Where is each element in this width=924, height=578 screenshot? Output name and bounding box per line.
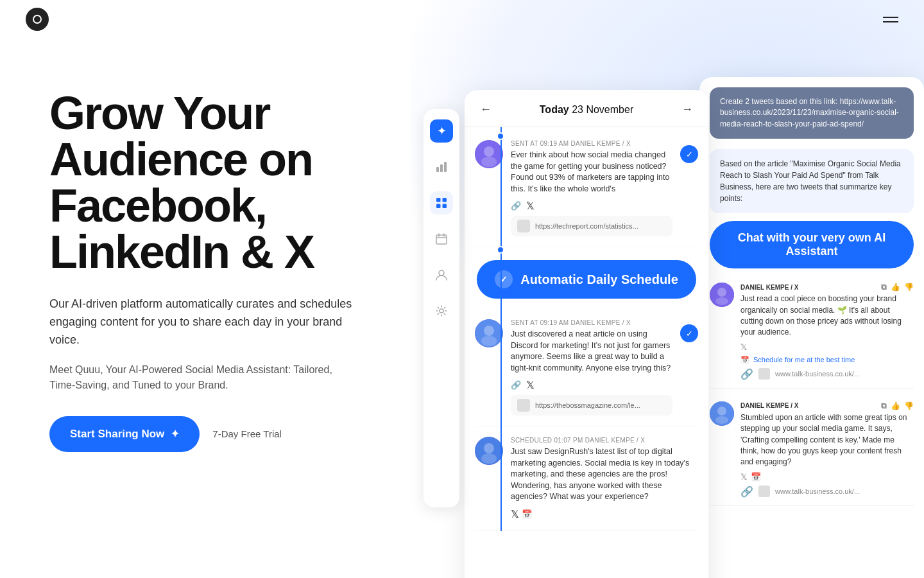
- logo-icon: [33, 15, 42, 24]
- hamburger-line-1: [883, 17, 898, 18]
- svg-point-20: [484, 443, 494, 453]
- trial-text: 7-Day Free Trial: [212, 428, 282, 439]
- post-text-1: Ever think about how social media change…: [511, 150, 672, 195]
- ai-post-content-2: DANIEL KEMPE / X ⧉ 👍 👎 Stumbled upon an …: [740, 401, 914, 498]
- svg-point-23: [717, 288, 726, 297]
- svg-rect-4: [443, 198, 447, 202]
- ai-link-text-2: www.talk-business.co.uk/...: [775, 487, 860, 495]
- ai-post-item-2: DANIEL KEMPE / X ⧉ 👍 👎 Stumbled upon an …: [710, 394, 914, 506]
- post-content-2: SENT AT 09:19 AM DANIEL KEMPE / X Just d…: [511, 319, 672, 416]
- headline: Grow Your Audience on Facebook, LinkedIn…: [49, 90, 389, 275]
- post-text-3: Just saw DesignRush's latest list of top…: [511, 446, 698, 503]
- sidebar-icon-main[interactable]: ✦: [430, 119, 453, 143]
- header: [0, 0, 924, 39]
- ai-avatar-2: [710, 401, 734, 426]
- logo[interactable]: [26, 8, 49, 31]
- ai-post-meta-2: DANIEL KEMPE / X ⧉ 👍 👎: [740, 401, 914, 410]
- cta-button[interactable]: Start Sharing Now ✦: [49, 416, 200, 452]
- thumbup-icon-2[interactable]: 👍: [891, 401, 900, 410]
- ai-link-text-1: www.talk-business.co.uk/...: [775, 370, 860, 378]
- sparkle-icon: ✦: [171, 428, 179, 440]
- menu-button[interactable]: [883, 17, 898, 22]
- cta-row: Start Sharing Now ✦ 7-Day Free Trial: [49, 416, 389, 452]
- post-item-3: SCHEDULED 01:07 PM DANIEL KEMPE / X Just…: [475, 426, 698, 531]
- ai-post-actions-2: ⧉ 👍 👎: [881, 401, 914, 410]
- svg-rect-5: [436, 204, 441, 209]
- post-meta-1: SENT AT 09:19 AM DANIEL KEMPE / X: [511, 140, 672, 147]
- post-link-1: https://techreport.com/statistics...: [511, 216, 672, 236]
- svg-point-24: [715, 297, 728, 305]
- post-item-1: SENT AT 09:19 AM DANIEL KEMPE / X Ever t…: [475, 127, 698, 247]
- svg-point-21: [481, 453, 497, 464]
- platform-row-3: 𝕏 📅: [511, 508, 698, 520]
- avatar-1: [475, 140, 503, 168]
- link-favicon-2: [517, 399, 530, 412]
- thumbup-icon[interactable]: 👍: [891, 283, 900, 292]
- ai-post-text-1: Just read a cool piece on boosting your …: [740, 293, 914, 338]
- ai-card-inner: Create 2 tweets based on this link: http…: [699, 77, 924, 578]
- thumbdown-icon[interactable]: 👎: [904, 283, 914, 292]
- link-text-2: https://thebossmagazine.com/le...: [535, 401, 640, 409]
- post-meta-3: SCHEDULED 01:07 PM DANIEL KEMPE / X: [511, 437, 698, 444]
- link-icon-ai2: 🔗: [740, 486, 753, 498]
- ai-link-fav-1: [758, 368, 770, 380]
- sidebar-panel: ✦: [424, 109, 459, 507]
- svg-point-27: [715, 416, 728, 424]
- ai-link-row-1: 🔗 www.talk-business.co.uk/...: [740, 368, 914, 380]
- ai-post-actions-1: ⧉ 👍 👎: [881, 283, 914, 292]
- ai-schedule-link[interactable]: 📅 Schedule for me at the best time: [740, 356, 914, 364]
- platform-icon-1: 𝕏: [526, 200, 535, 212]
- thumbdown-icon-2[interactable]: 👎: [904, 401, 914, 410]
- sidebar-icon-analytics[interactable]: [430, 155, 453, 179]
- ai-post-item-1: DANIEL KEMPE / X ⧉ 👍 👎 Just read a cool …: [710, 275, 914, 389]
- post-content-3: SCHEDULED 01:07 PM DANIEL KEMPE / X Just…: [511, 437, 698, 520]
- schedule-card: ← Today 23 November → SENT AT 0: [465, 90, 708, 578]
- link-icon-2: 🔗: [511, 380, 521, 390]
- svg-rect-7: [436, 235, 447, 244]
- copy-icon-2[interactable]: ⧉: [881, 401, 887, 410]
- post-link-2: https://thebossmagazine.com/le...: [511, 395, 672, 416]
- post-check-2: ✓: [680, 324, 698, 342]
- post-meta-2: SENT AT 09:19 AM DANIEL KEMPE / X: [511, 319, 672, 326]
- svg-rect-0: [436, 167, 439, 172]
- svg-rect-2: [444, 162, 447, 172]
- ai-response: Based on the article "Maximise Organic S…: [710, 149, 914, 213]
- svg-rect-3: [436, 198, 441, 202]
- x-platform-icon-ai1: 𝕏: [740, 342, 747, 352]
- ai-link-row-2: 🔗 www.talk-business.co.uk/...: [740, 486, 914, 498]
- avatar-3: [475, 437, 503, 465]
- schedule-date: Today 23 November: [540, 104, 633, 116]
- post-check-1: ✓: [680, 145, 698, 163]
- ai-post-content-1: DANIEL KEMPE / X ⧉ 👍 👎 Just read a cool …: [740, 283, 914, 380]
- ai-post-text-2: Stumbled upon an article with some great…: [740, 412, 914, 468]
- next-arrow[interactable]: →: [681, 103, 693, 116]
- svg-rect-1: [440, 164, 443, 172]
- svg-rect-6: [443, 204, 447, 209]
- ai-post-meta-1: DANIEL KEMPE / X ⧉ 👍 👎: [740, 283, 914, 292]
- sidebar-icon-grid[interactable]: [430, 191, 453, 215]
- x-platform-icon-ai2: 𝕏: [740, 472, 747, 482]
- chat-pill: Chat with your very own AI Assistant: [710, 221, 914, 268]
- hero-section: Grow Your Audience on Facebook, LinkedIn…: [49, 90, 389, 452]
- platform-icon-3: 𝕏: [511, 508, 519, 520]
- cta-label: Start Sharing Now: [70, 428, 164, 441]
- sidebar-icon-user[interactable]: [430, 263, 453, 286]
- auto-check-icon: ✓: [495, 270, 513, 288]
- link-icon-ai1: 🔗: [740, 368, 753, 380]
- link-text-1: https://techreport.com/statistics...: [535, 222, 638, 230]
- svg-point-17: [484, 326, 494, 336]
- ai-link-fav-2: [758, 486, 770, 497]
- sidebar-icon-settings[interactable]: [430, 299, 453, 322]
- prev-arrow[interactable]: ←: [480, 103, 492, 116]
- calendar-icon-ai2: 📅: [751, 472, 761, 482]
- calendar-icon-3: 📅: [522, 509, 532, 519]
- svg-point-26: [717, 407, 726, 416]
- schedule-header: ← Today 23 November →: [465, 90, 708, 127]
- avatar-2: [475, 319, 503, 347]
- auto-schedule-pill: ✓ Automatic Daily Schedule: [477, 260, 696, 299]
- post-item-2: SENT AT 09:19 AM DANIEL KEMPE / X Just d…: [475, 309, 698, 426]
- svg-point-12: [440, 309, 443, 313]
- copy-icon[interactable]: ⧉: [881, 283, 887, 292]
- sidebar-icon-calendar[interactable]: [430, 227, 453, 250]
- post-text-2: Just discovered a neat article on using …: [511, 329, 672, 374]
